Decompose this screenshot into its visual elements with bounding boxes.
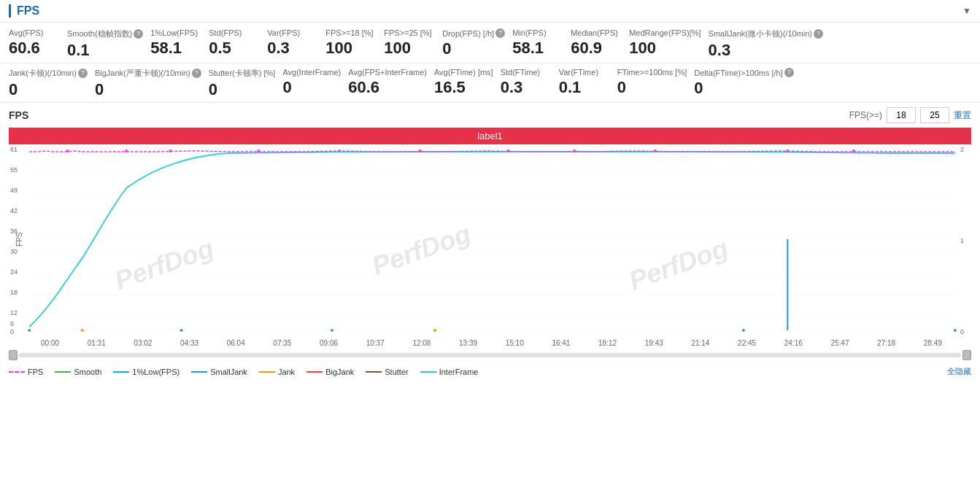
metric-value-std-fps: 0.5 — [209, 39, 231, 58]
metric-label-drop-fps: Drop(FPS) [/h]? — [442, 28, 505, 38]
svg-text:PerfDog: PerfDog — [111, 233, 217, 295]
svg-text:FPS: FPS — [15, 232, 23, 246]
reset-button[interactable]: 重置 — [954, 109, 971, 122]
hide-all-button[interactable]: 全隐藏 — [947, 366, 971, 377]
svg-point-39 — [852, 149, 855, 152]
svg-point-43 — [742, 329, 745, 332]
help-icon-drop-fps[interactable]: ? — [495, 28, 505, 38]
metric-label-avg-fps: Avg(FPS) — [9, 28, 43, 37]
metric-label-median-fps: Median(FPS) — [571, 28, 618, 37]
legend-item-smooth-legend[interactable]: Smooth — [55, 368, 101, 376]
svg-point-32 — [257, 149, 260, 152]
x-axis: 00:0001:3103:0204:3306:0407:3509:0610:37… — [9, 338, 971, 349]
svg-text:Jank: Jank — [970, 225, 971, 241]
scrollbar-left-handle[interactable] — [9, 350, 18, 360]
help-icon-bigjank[interactable]: ? — [192, 69, 201, 78]
x-axis-label: 28:49 — [924, 339, 942, 347]
legend-label-stutter-legend: Stutter — [385, 368, 408, 376]
svg-point-46 — [81, 329, 84, 332]
svg-text:6: 6 — [10, 320, 14, 327]
metric-std-fps: Std(FPS)0.5 — [209, 28, 267, 58]
metric-value-avg-fps-interframe: 60.6 — [348, 78, 379, 97]
metric-label-std-ftime: Std(FTime) — [501, 68, 541, 77]
legend-item-bigjank-legend[interactable]: BigJank — [306, 368, 354, 376]
metric-avg-ftime: Avg(FTime) [ms]16.5 — [434, 68, 501, 97]
x-axis-label: 03:02 — [134, 339, 152, 347]
metric-value-bigjank: 0 — [95, 80, 104, 99]
legend-label-smalljank-legend: SmallJank — [210, 368, 247, 376]
metric-fps-ge-25: FPS>=25 [%]100 — [384, 28, 442, 58]
scrollbar-right-handle[interactable] — [962, 350, 971, 360]
help-icon-smalljank[interactable]: ? — [814, 29, 823, 39]
svg-text:2: 2 — [960, 146, 964, 153]
scrollbar-track[interactable] — [19, 353, 961, 357]
metric-stutter: Stutter(卡顿率) [%]0 — [209, 68, 283, 99]
metric-avg-fps: Avg(FPS)60.6 — [9, 28, 67, 58]
help-icon-smooth[interactable]: ? — [134, 29, 143, 39]
metrics-row-1: Avg(FPS)60.6Smooth(稳帧指数)?0.11%Low(FPS)58… — [0, 23, 980, 63]
legend-item-jank-legend[interactable]: Jank — [259, 368, 295, 376]
chart-title: FPS — [9, 109, 28, 121]
x-axis-label: 16:41 — [552, 339, 570, 347]
fps-threshold-controls: FPS(>=) 重置 — [849, 107, 971, 123]
legend-label-jank-legend: Jank — [278, 368, 295, 376]
metric-median-fps: Median(FPS)60.9 — [571, 28, 629, 58]
legend-label-interframe-legend: InterFrame — [439, 368, 479, 376]
metric-value-medrange-fps: 100 — [629, 39, 656, 58]
metric-value-avg-interframe: 0 — [282, 78, 291, 97]
x-axis-label: 07:35 — [273, 339, 291, 347]
help-icon-delta-ftime[interactable]: ? — [784, 68, 794, 77]
metric-value-std-ftime: 0.3 — [501, 78, 523, 97]
metric-ftime-ge-100: FTime>=100ms [%]0 — [617, 68, 695, 97]
svg-point-37 — [654, 149, 657, 152]
legend-item-stutter-legend[interactable]: Stutter — [366, 368, 408, 376]
x-axis-label: 22:45 — [738, 339, 756, 347]
legend-item-interframe-legend[interactable]: InterFrame — [420, 368, 479, 376]
metric-label-low1pct: 1%Low(FPS) — [150, 28, 198, 37]
legend-item-fps-legend[interactable]: FPS — [9, 368, 43, 376]
x-axis-label: 00:00 — [41, 339, 59, 347]
metric-bigjank: BigJank(严重卡顿)(/10min)?0 — [95, 68, 209, 99]
svg-text:0: 0 — [960, 328, 964, 335]
metric-value-smooth: 0.1 — [67, 41, 90, 60]
chart-container: PerfDog PerfDog PerfDog 61 55 49 42 36 3… — [9, 144, 971, 338]
svg-text:PerfDog: PerfDog — [625, 233, 732, 295]
fps-threshold-input-1[interactable] — [887, 107, 916, 123]
legend-item-smalljank-legend[interactable]: SmallJank — [191, 368, 247, 376]
x-axis-label: 25:47 — [830, 339, 849, 347]
metric-value-var-fps: 0.3 — [267, 39, 290, 58]
metric-value-smalljank: 0.3 — [709, 41, 731, 60]
metric-fps-ge-18: FPS>=18 [%]100 — [325, 28, 384, 58]
metric-label-std-fps: Std(FPS) — [209, 28, 242, 37]
svg-point-41 — [180, 329, 183, 332]
x-axis-label: 04:33 — [180, 339, 198, 347]
svg-text:PerfDog: PerfDog — [368, 218, 474, 281]
svg-point-40 — [28, 329, 31, 332]
metric-value-jank: 0 — [9, 80, 18, 99]
svg-point-35 — [507, 149, 510, 152]
svg-point-29 — [66, 149, 69, 152]
legend-item-low1pct-legend[interactable]: 1%Low(FPS) — [113, 368, 180, 376]
metric-label-var-fps: Var(FPS) — [267, 28, 300, 37]
x-axis-label: 21:14 — [691, 339, 709, 347]
label-bar: label1 — [9, 128, 971, 144]
legend-label-fps-legend: FPS — [28, 368, 43, 376]
svg-point-31 — [169, 149, 171, 152]
metric-jank: Jank(卡顿)(/10min)?0 — [9, 68, 95, 99]
metric-value-delta-ftime: 0 — [694, 79, 703, 98]
panel-header: FPS ▼ — [0, 0, 980, 23]
dropdown-icon[interactable]: ▼ — [962, 6, 971, 16]
x-axis-label: 10:37 — [366, 339, 385, 347]
x-axis-label: 13:39 — [459, 339, 477, 347]
scrollbar[interactable] — [9, 350, 971, 360]
metric-label-stutter: Stutter(卡顿率) [%] — [209, 68, 276, 79]
fps-threshold-input-2[interactable] — [920, 107, 949, 123]
help-icon-jank[interactable]: ? — [78, 69, 88, 78]
metrics-row-2: Jank(卡顿)(/10min)?0BigJank(严重卡顿)(/10min)?… — [0, 63, 980, 103]
metric-avg-fps-interframe: Avg(FPS+InterFrame)60.6 — [348, 68, 434, 97]
metric-label-ftime-ge-100: FTime>=100ms [%] — [617, 68, 687, 77]
svg-point-42 — [331, 329, 333, 332]
metric-label-var-ftime: Var(FTime) — [559, 68, 598, 77]
svg-point-47 — [433, 329, 436, 332]
svg-text:18: 18 — [10, 289, 18, 296]
